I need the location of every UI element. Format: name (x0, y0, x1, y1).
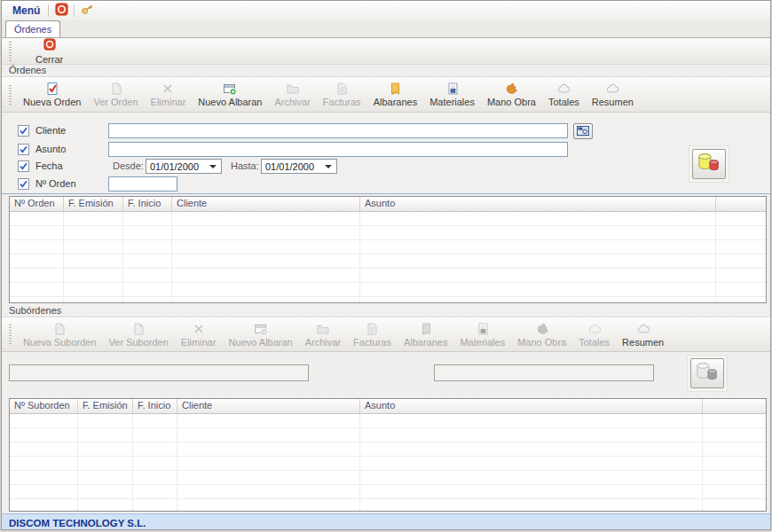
labor-hand-icon (504, 82, 518, 96)
grid-line (63, 212, 64, 302)
eliminar-suborden-button: Eliminar (175, 318, 223, 350)
grid-line (132, 414, 133, 511)
column-header[interactable]: Cliente (177, 399, 360, 413)
column-header[interactable]: Nº Suborden (10, 399, 78, 413)
new-order-icon (45, 82, 59, 96)
summary-cloud-icon (605, 82, 619, 96)
asunto-checkbox-label: Asunto (35, 144, 66, 154)
separator (48, 4, 49, 17)
fecha-checkbox[interactable] (18, 160, 29, 171)
filter-panel: Cliente Asunto Fecha Desde: 01/01/2000 H… (2, 113, 771, 194)
view-order-icon (109, 82, 123, 96)
key-icon (81, 3, 94, 20)
new-delivery-note-icon (223, 82, 237, 96)
grid-line (77, 414, 78, 511)
tab-strip: Órdenes (2, 20, 771, 38)
archive-folder-icon (286, 82, 300, 96)
orders-table-header: Nº Orden F. Emisión F. Inicio Cliente As… (10, 197, 766, 212)
hasta-date-combo[interactable]: 01/01/2000 (261, 159, 337, 174)
cliente-checkbox[interactable] (18, 124, 29, 136)
company-name: DISCOM TECHNOLOGY S.L. (9, 518, 146, 528)
grid-line (359, 414, 360, 511)
delivery-notes-icon (388, 82, 402, 96)
power-close-button[interactable] (53, 3, 69, 19)
materials-icon (445, 82, 460, 96)
power-icon (43, 38, 56, 54)
column-header[interactable]: F. Emisión (64, 197, 123, 211)
database-query-icon (694, 360, 721, 387)
column-header-filler (703, 399, 766, 413)
toolbar-grip[interactable] (9, 42, 12, 61)
orders-table-body[interactable] (10, 212, 766, 302)
column-header[interactable]: F. Inicio (133, 399, 177, 413)
suborders-table-header: Nº Suborden F. Emisión F. Inicio Cliente… (10, 399, 766, 414)
column-header[interactable]: Cliente (172, 197, 360, 211)
power-icon (55, 3, 68, 20)
column-header[interactable]: Asunto (360, 197, 716, 211)
toolbar-grip[interactable] (9, 325, 12, 344)
mano-obra-button[interactable]: Mano Obra (481, 79, 542, 111)
totals-cloud-icon (587, 322, 602, 336)
norden-checkbox[interactable] (18, 177, 29, 189)
grid-line (715, 212, 716, 302)
archive-folder-icon (316, 322, 330, 336)
orders-group-label: Órdenes (2, 65, 771, 77)
menu-bar: Menú (2, 1, 771, 20)
column-header[interactable]: Asunto (360, 399, 703, 413)
cerrar-button[interactable]: Cerrar (31, 37, 67, 66)
facturas-suborden-button: Facturas (347, 318, 398, 350)
new-suborder-icon (52, 322, 67, 336)
grid-line (702, 414, 703, 511)
materials-icon (476, 322, 490, 336)
archivar-button: Archivar (268, 79, 316, 111)
albaranes-button[interactable]: Albaranes (367, 79, 424, 111)
suborders-table-body[interactable] (10, 414, 766, 511)
cliente-browse-button[interactable] (573, 123, 593, 139)
column-header[interactable]: Nº Orden (10, 197, 64, 211)
summary-cloud-icon (636, 322, 650, 336)
view-suborder-icon (131, 322, 146, 336)
chevron-down-icon (325, 165, 332, 168)
nuevo-albaran-suborden-button: Nuevo Albaran (223, 318, 299, 350)
invoices-icon (335, 82, 349, 96)
materiales-suborden-button: Materiales (453, 318, 511, 350)
column-header[interactable]: F. Inicio (123, 197, 172, 211)
hasta-label: Hasta: (231, 160, 259, 171)
grid-line (177, 414, 177, 511)
separator (74, 4, 75, 17)
materiales-button[interactable]: Materiales (423, 79, 481, 111)
asunto-input[interactable] (108, 142, 568, 157)
totales-button[interactable]: Totales (542, 79, 586, 111)
nuevo-albaran-button[interactable]: Nuevo Albaran (192, 79, 268, 111)
menu-button[interactable]: Menú (9, 3, 43, 19)
delivery-notes-icon (419, 322, 433, 336)
key-login-button[interactable] (79, 3, 95, 19)
grid-line (122, 212, 123, 302)
nueva-orden-button[interactable]: Nueva Orden (17, 79, 87, 111)
invoices-icon (365, 322, 379, 336)
cliente-checkbox-label: Cliente (35, 125, 66, 136)
tab-ordenes[interactable]: Órdenes (5, 20, 60, 37)
albaranes-suborden-button: Albaranes (398, 318, 454, 350)
search-button-panel (689, 145, 729, 183)
column-header[interactable]: F. Emisión (78, 399, 133, 413)
resumen-button[interactable]: Resumen (586, 79, 640, 111)
facturas-button: Facturas (317, 79, 367, 111)
database-query-icon (696, 151, 722, 177)
app-window: Menú Órdenes Cerrar Órdenes (1, 0, 771, 530)
norden-input[interactable] (108, 176, 177, 192)
cliente-input[interactable] (108, 123, 568, 138)
orders-table: Nº Orden F. Emisión F. Inicio Cliente As… (9, 196, 767, 303)
resumen-suborden-button[interactable]: Resumen (616, 318, 670, 350)
delete-x-icon (161, 82, 175, 96)
search-orders-button[interactable] (692, 149, 726, 179)
chevron-down-icon (209, 165, 217, 168)
toolbar-grip[interactable] (9, 85, 12, 105)
fecha-checkbox-label: Fecha (35, 160, 63, 171)
delete-x-icon (192, 322, 206, 336)
desde-date-combo[interactable]: 01/01/2000 (146, 159, 222, 174)
nueva-suborden-button: Nueva Suborden (17, 318, 103, 350)
asunto-checkbox[interactable] (18, 143, 29, 154)
eliminar-button: Eliminar (145, 79, 193, 111)
search-suborders-button (690, 358, 724, 388)
